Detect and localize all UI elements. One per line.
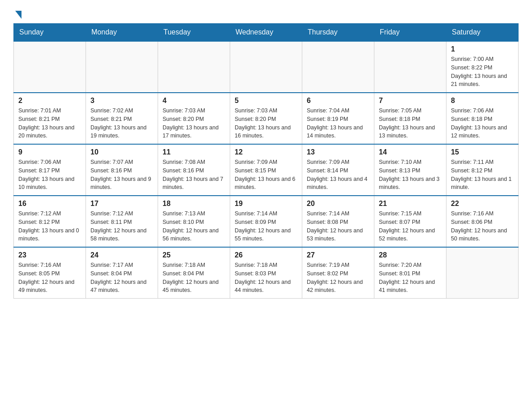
day-info: Sunrise: 7:17 AM Sunset: 8:04 PM Dayligh…	[90, 261, 153, 295]
day-number: 4	[163, 97, 225, 105]
calendar-cell: 19Sunrise: 7:14 AM Sunset: 8:09 PM Dayli…	[230, 196, 302, 247]
day-header-monday: Monday	[86, 24, 158, 42]
calendar-cell: 25Sunrise: 7:18 AM Sunset: 8:04 PM Dayli…	[158, 247, 230, 299]
calendar-cell: 3Sunrise: 7:02 AM Sunset: 8:21 PM Daylig…	[86, 93, 158, 144]
day-info: Sunrise: 7:16 AM Sunset: 8:06 PM Dayligh…	[451, 210, 514, 243]
day-number: 23	[18, 251, 81, 259]
day-number: 2	[18, 97, 81, 105]
day-info: Sunrise: 7:18 AM Sunset: 8:03 PM Dayligh…	[235, 261, 297, 295]
day-number: 20	[307, 200, 369, 208]
day-info: Sunrise: 7:13 AM Sunset: 8:10 PM Dayligh…	[163, 210, 225, 243]
day-number: 9	[18, 148, 81, 156]
calendar-cell	[230, 41, 302, 93]
day-number: 11	[163, 148, 225, 156]
calendar-cell: 24Sunrise: 7:17 AM Sunset: 8:04 PM Dayli…	[86, 247, 158, 299]
calendar-week-4: 23Sunrise: 7:16 AM Sunset: 8:05 PM Dayli…	[14, 247, 519, 299]
calendar-cell	[446, 247, 519, 299]
day-info: Sunrise: 7:12 AM Sunset: 8:11 PM Dayligh…	[90, 210, 153, 243]
logo	[13, 9, 21, 19]
day-header-tuesday: Tuesday	[158, 24, 230, 42]
day-info: Sunrise: 7:14 AM Sunset: 8:09 PM Dayligh…	[235, 210, 297, 243]
day-info: Sunrise: 7:03 AM Sunset: 8:20 PM Dayligh…	[235, 107, 297, 140]
day-info: Sunrise: 7:15 AM Sunset: 8:07 PM Dayligh…	[379, 210, 442, 243]
day-number: 22	[451, 200, 514, 208]
calendar-cell: 26Sunrise: 7:18 AM Sunset: 8:03 PM Dayli…	[230, 247, 302, 299]
calendar-cell: 27Sunrise: 7:19 AM Sunset: 8:02 PM Dayli…	[302, 247, 374, 299]
day-info: Sunrise: 7:06 AM Sunset: 8:17 PM Dayligh…	[18, 158, 81, 192]
day-header-saturday: Saturday	[446, 24, 519, 42]
day-number: 8	[451, 97, 514, 105]
calendar-cell: 18Sunrise: 7:13 AM Sunset: 8:10 PM Dayli…	[158, 196, 230, 247]
day-number: 10	[90, 148, 153, 156]
day-info: Sunrise: 7:19 AM Sunset: 8:02 PM Dayligh…	[307, 261, 369, 295]
day-number: 21	[379, 200, 442, 208]
day-info: Sunrise: 7:11 AM Sunset: 8:12 PM Dayligh…	[451, 158, 514, 192]
day-info: Sunrise: 7:04 AM Sunset: 8:19 PM Dayligh…	[307, 107, 369, 140]
day-number: 17	[90, 200, 153, 208]
calendar-cell	[302, 41, 374, 93]
day-header-thursday: Thursday	[302, 24, 374, 42]
calendar-week-0: 1Sunrise: 7:00 AM Sunset: 8:22 PM Daylig…	[14, 41, 519, 93]
day-info: Sunrise: 7:12 AM Sunset: 8:12 PM Dayligh…	[18, 210, 81, 243]
calendar-cell: 13Sunrise: 7:09 AM Sunset: 8:14 PM Dayli…	[302, 144, 374, 196]
day-info: Sunrise: 7:08 AM Sunset: 8:16 PM Dayligh…	[163, 158, 225, 192]
page-header	[13, 9, 519, 19]
calendar-cell: 14Sunrise: 7:10 AM Sunset: 8:13 PM Dayli…	[374, 144, 446, 196]
day-number: 1	[451, 45, 514, 53]
calendar-cell: 17Sunrise: 7:12 AM Sunset: 8:11 PM Dayli…	[86, 196, 158, 247]
day-number: 12	[235, 148, 297, 156]
day-info: Sunrise: 7:00 AM Sunset: 8:22 PM Dayligh…	[451, 55, 514, 89]
calendar-cell: 20Sunrise: 7:14 AM Sunset: 8:08 PM Dayli…	[302, 196, 374, 247]
day-number: 18	[163, 200, 225, 208]
day-info: Sunrise: 7:16 AM Sunset: 8:05 PM Dayligh…	[18, 261, 81, 295]
calendar-cell: 11Sunrise: 7:08 AM Sunset: 8:16 PM Dayli…	[158, 144, 230, 196]
day-info: Sunrise: 7:14 AM Sunset: 8:08 PM Dayligh…	[307, 210, 369, 243]
day-number: 5	[235, 97, 297, 105]
calendar-cell: 8Sunrise: 7:06 AM Sunset: 8:18 PM Daylig…	[446, 93, 519, 144]
calendar-cell: 10Sunrise: 7:07 AM Sunset: 8:16 PM Dayli…	[86, 144, 158, 196]
day-info: Sunrise: 7:06 AM Sunset: 8:18 PM Dayligh…	[451, 107, 514, 140]
day-info: Sunrise: 7:09 AM Sunset: 8:15 PM Dayligh…	[235, 158, 297, 192]
calendar-table: SundayMondayTuesdayWednesdayThursdayFrid…	[13, 23, 519, 299]
day-number: 7	[379, 97, 442, 105]
day-info: Sunrise: 7:07 AM Sunset: 8:16 PM Dayligh…	[90, 158, 153, 192]
calendar-cell	[14, 41, 86, 93]
day-header-wednesday: Wednesday	[230, 24, 302, 42]
calendar-header-row: SundayMondayTuesdayWednesdayThursdayFrid…	[14, 24, 519, 42]
day-info: Sunrise: 7:09 AM Sunset: 8:14 PM Dayligh…	[307, 158, 369, 192]
day-number: 13	[307, 148, 369, 156]
day-number: 15	[451, 148, 514, 156]
day-info: Sunrise: 7:10 AM Sunset: 8:13 PM Dayligh…	[379, 158, 442, 192]
day-number: 19	[235, 200, 297, 208]
calendar-cell: 23Sunrise: 7:16 AM Sunset: 8:05 PM Dayli…	[14, 247, 86, 299]
calendar-cell: 15Sunrise: 7:11 AM Sunset: 8:12 PM Dayli…	[446, 144, 519, 196]
day-number: 16	[18, 200, 81, 208]
calendar-cell	[158, 41, 230, 93]
calendar-week-1: 2Sunrise: 7:01 AM Sunset: 8:21 PM Daylig…	[14, 93, 519, 144]
calendar-week-2: 9Sunrise: 7:06 AM Sunset: 8:17 PM Daylig…	[14, 144, 519, 196]
calendar-cell: 4Sunrise: 7:03 AM Sunset: 8:20 PM Daylig…	[158, 93, 230, 144]
day-number: 28	[379, 251, 442, 259]
day-number: 25	[163, 251, 225, 259]
day-number: 27	[307, 251, 369, 259]
day-info: Sunrise: 7:01 AM Sunset: 8:21 PM Dayligh…	[18, 107, 81, 140]
calendar-cell	[374, 41, 446, 93]
day-number: 14	[379, 148, 442, 156]
calendar-cell: 2Sunrise: 7:01 AM Sunset: 8:21 PM Daylig…	[14, 93, 86, 144]
day-info: Sunrise: 7:18 AM Sunset: 8:04 PM Dayligh…	[163, 261, 225, 295]
day-info: Sunrise: 7:05 AM Sunset: 8:18 PM Dayligh…	[379, 107, 442, 140]
calendar-cell: 5Sunrise: 7:03 AM Sunset: 8:20 PM Daylig…	[230, 93, 302, 144]
calendar-cell: 28Sunrise: 7:20 AM Sunset: 8:01 PM Dayli…	[374, 247, 446, 299]
day-info: Sunrise: 7:02 AM Sunset: 8:21 PM Dayligh…	[90, 107, 153, 140]
calendar-cell: 6Sunrise: 7:04 AM Sunset: 8:19 PM Daylig…	[302, 93, 374, 144]
calendar-cell: 9Sunrise: 7:06 AM Sunset: 8:17 PM Daylig…	[14, 144, 86, 196]
day-header-sunday: Sunday	[14, 24, 86, 42]
calendar-cell: 1Sunrise: 7:00 AM Sunset: 8:22 PM Daylig…	[446, 41, 519, 93]
calendar-cell: 16Sunrise: 7:12 AM Sunset: 8:12 PM Dayli…	[14, 196, 86, 247]
day-info: Sunrise: 7:20 AM Sunset: 8:01 PM Dayligh…	[379, 261, 442, 295]
day-info: Sunrise: 7:03 AM Sunset: 8:20 PM Dayligh…	[163, 107, 225, 140]
day-number: 26	[235, 251, 297, 259]
calendar-week-3: 16Sunrise: 7:12 AM Sunset: 8:12 PM Dayli…	[14, 196, 519, 247]
day-number: 6	[307, 97, 369, 105]
calendar-cell	[86, 41, 158, 93]
